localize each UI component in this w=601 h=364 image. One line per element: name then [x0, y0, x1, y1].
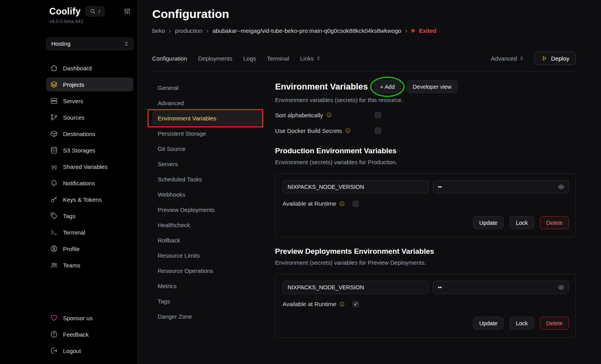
subnav-item-resource-limits[interactable]: Resource Limits [152, 248, 263, 263]
subnav-item-rollback[interactable]: Rollback [152, 233, 263, 248]
tab-configuration[interactable]: Configuration [152, 55, 187, 62]
sidebar-item-notifications[interactable]: Notifications [46, 176, 133, 190]
search-button[interactable]: / [85, 6, 104, 16]
production-section-title: Production Environment Variables [275, 146, 576, 156]
subnav-item-metrics[interactable]: Metrics [152, 278, 263, 294]
sidebar-footer: Sponsor us Feedback Logout [46, 311, 133, 358]
tab-terminal[interactable]: Terminal [267, 55, 289, 62]
eye-icon[interactable] [558, 184, 564, 190]
settings-sliders-icon[interactable] [123, 7, 131, 15]
subnav-item-healthcheck[interactable]: Healthcheck [152, 217, 263, 233]
sidebar-item-label: Sources [63, 114, 85, 121]
breadcrumb-project[interactable]: beko [152, 27, 165, 34]
tab-bar-actions: Advanced Deploy [491, 52, 576, 65]
env-var-value-wrap [433, 281, 569, 294]
docker-build-secrets-checkbox[interactable] [375, 127, 381, 134]
sidebar-item-tags[interactable]: Tags [46, 209, 133, 223]
users-icon [50, 261, 58, 269]
status-dot [411, 29, 415, 32]
runtime-checkbox[interactable]: ✓ [353, 301, 359, 307]
sidebar-item-profile[interactable]: Profile [46, 242, 133, 256]
subnav-item-danger-zone[interactable]: Danger Zone [152, 309, 263, 324]
info-icon[interactable] [326, 112, 332, 118]
sidebar-item-sources[interactable]: Sources [46, 110, 133, 124]
help-circle-icon [50, 330, 58, 338]
tab-deployments[interactable]: Deployments [198, 55, 232, 62]
sidebar-item-dashboard[interactable]: Dashboard [46, 61, 133, 75]
info-icon[interactable] [339, 201, 345, 206]
subnav-item-preview-deployments[interactable]: Preview Deployments [152, 202, 263, 217]
sidebar-item-shared-variables[interactable]: {x} Shared Variables [46, 160, 133, 174]
developer-view-button[interactable]: Developer view [407, 80, 457, 93]
env-var-value-input[interactable] [433, 281, 569, 294]
add-button[interactable]: + Add [374, 80, 401, 93]
tab-logs[interactable]: Logs [243, 55, 256, 62]
sidebar: Coolify / v4.0.0-beta.442 Hosting Dashbo… [0, 0, 138, 364]
env-var-name-input[interactable] [283, 180, 429, 194]
advanced-label: Advanced [491, 55, 517, 62]
update-button[interactable]: Update [473, 317, 504, 330]
home-icon [50, 64, 58, 72]
subnav-item-resource-operations[interactable]: Resource Operations [152, 263, 263, 278]
subnav-item-environment-variables[interactable]: Environment Variables [152, 111, 263, 126]
sidebar-item-label: Destinations [63, 131, 95, 137]
subnav-item-scheduled-tasks[interactable]: Scheduled Tasks [152, 172, 263, 187]
breadcrumb-resource[interactable]: abubakar--meigag/vid-tube-beko-pro:main-… [212, 27, 401, 34]
delete-button[interactable]: Delete [540, 317, 569, 330]
subnav-item-general[interactable]: General [152, 80, 263, 95]
subnav-item-tags[interactable]: Tags [152, 294, 263, 309]
tab-label: Configuration [152, 55, 187, 62]
terminal-icon [50, 228, 58, 236]
sidebar-item-destinations[interactable]: Destinations [46, 127, 133, 141]
tab-links[interactable]: Links [300, 55, 321, 62]
env-var-name-input[interactable] [283, 281, 429, 294]
tab-label: Links [300, 55, 314, 62]
delete-button[interactable]: Delete [540, 216, 569, 229]
info-icon[interactable] [345, 128, 351, 133]
update-button[interactable]: Update [473, 216, 504, 229]
env-var-value-input[interactable] [433, 180, 569, 194]
sidebar-item-label: Tags [63, 213, 76, 219]
app-version: v4.0.0-beta.442 [49, 19, 133, 26]
lock-button[interactable]: Lock [509, 317, 534, 330]
settings-subnav: General Advanced Environment Variables P… [152, 80, 263, 364]
sidebar-item-s3-storages[interactable]: S3 Storages [46, 143, 133, 157]
sidebar-item-servers[interactable]: Servers [46, 94, 133, 108]
sidebar-item-teams[interactable]: Teams [46, 258, 133, 272]
subnav-item-git-source[interactable]: Git Source [152, 141, 263, 156]
sidebar-item-terminal[interactable]: Terminal [46, 225, 133, 239]
subnav-item-persistent-storage[interactable]: Persistent Storage [152, 126, 263, 141]
sidebar-item-feedback[interactable]: Feedback [46, 327, 133, 341]
deploy-button[interactable]: Deploy [534, 52, 576, 65]
runtime-checkbox[interactable] [353, 201, 359, 207]
sidebar-item-label: Notifications [63, 180, 95, 186]
sidebar-item-keys-tokens[interactable]: Keys & Tokens [46, 192, 133, 206]
tab-label: Logs [243, 55, 256, 62]
preview-section-title: Preview Deployments Environment Variable… [275, 247, 576, 256]
info-icon[interactable] [339, 301, 345, 307]
breadcrumb: beko › production › abubakar--meigag/vid… [152, 27, 576, 34]
logout-icon [50, 347, 58, 355]
sidebar-item-sponsor[interactable]: Sponsor us [46, 311, 133, 325]
breadcrumb-environment[interactable]: production [175, 27, 202, 34]
tag-icon [50, 212, 58, 220]
subnav-item-advanced[interactable]: Advanced [152, 95, 263, 111]
eye-icon[interactable] [558, 284, 564, 290]
tab-label: Deployments [198, 55, 232, 62]
lock-button[interactable]: Lock [509, 216, 534, 229]
toggle-label: Use Docker Build Secrets [275, 127, 342, 134]
sidebar-item-logout[interactable]: Logout [46, 344, 133, 358]
subnav-item-webhooks[interactable]: Webhooks [152, 187, 263, 202]
subnav-item-servers[interactable]: Servers [152, 156, 263, 172]
toggle-label: Sort alphabetically [275, 112, 323, 118]
server-icon [50, 97, 58, 105]
env-vars-panel: Environment Variables + Add Developer vi… [275, 80, 576, 364]
sidebar-item-label: Feedback [63, 331, 89, 338]
advanced-select[interactable]: Advanced [491, 55, 525, 62]
cube-icon [50, 130, 58, 138]
sidebar-item-projects[interactable]: Projects [46, 77, 133, 91]
key-icon [50, 195, 58, 203]
runtime-label: Available at Runtime [283, 301, 336, 307]
sort-alphabetically-checkbox[interactable] [375, 112, 381, 118]
team-select[interactable]: Hosting [46, 38, 133, 50]
